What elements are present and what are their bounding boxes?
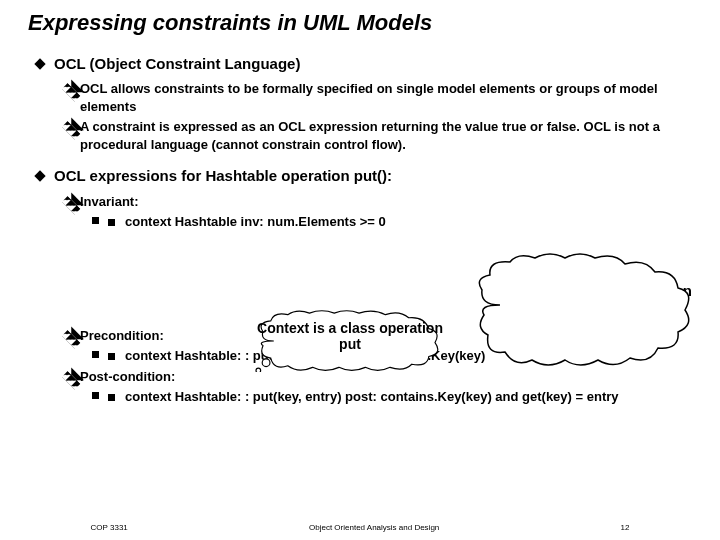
- section-ocl: OCL (Object Constraint Language): [36, 54, 694, 74]
- expr-heading: OCL expressions for Hashtable operation …: [54, 167, 392, 184]
- square-icon: [108, 219, 115, 226]
- svg-point-0: [262, 359, 270, 367]
- svg-point-1: [256, 368, 261, 372]
- ocl-heading: OCL (Object Constraint Language): [54, 55, 300, 72]
- bubble-text: Context is a class operation put: [250, 320, 450, 352]
- square-icon: [108, 353, 115, 360]
- footer-title: Object Oriented Analysis and Design: [309, 523, 439, 532]
- postcondition-value: context Hashtable: : put(key, entry) pos…: [125, 389, 619, 404]
- invariant-label: Invariant:: [64, 193, 694, 211]
- diamond-icon: [34, 171, 45, 182]
- page-number: 12: [620, 523, 629, 532]
- section-expressions: OCL expressions for Hashtable operation …: [36, 166, 694, 186]
- slide-title: Expressing constraints in UML Models: [0, 0, 720, 36]
- invariant-value: context Hashtable inv: num.Elements >= 0: [125, 214, 386, 229]
- footer: COP 3331 Object Oriented Analysis and De…: [0, 523, 720, 532]
- cloud-icon-large: [470, 250, 700, 370]
- postcondition-text: context Hashtable: : put(key, entry) pos…: [92, 388, 694, 406]
- ocl-point-2: A constraint is expressed as an OCL expr…: [64, 118, 694, 153]
- ocl-point-1: OCL allows constraints to be formally sp…: [64, 80, 694, 115]
- invariant-text: context Hashtable inv: num.Elements >= 0: [92, 213, 694, 231]
- diamond-icon: [34, 58, 45, 69]
- footer-course: COP 3331: [91, 523, 128, 532]
- square-icon: [108, 394, 115, 401]
